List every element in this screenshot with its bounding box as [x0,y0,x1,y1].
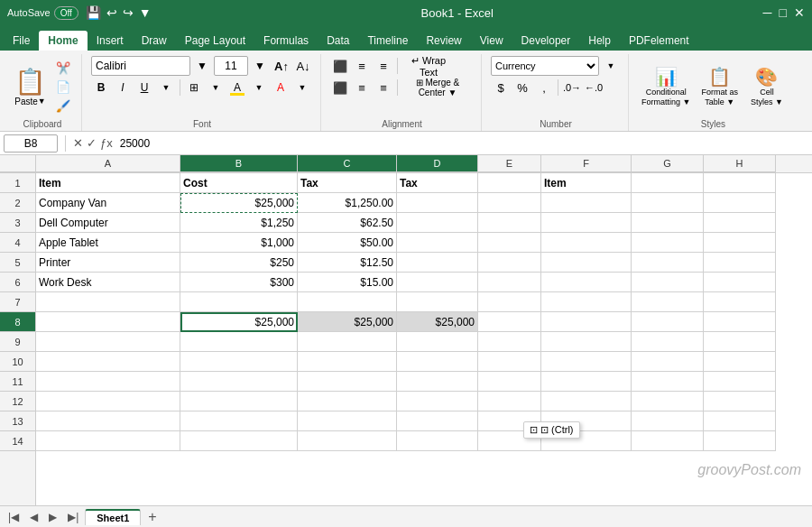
close-icon[interactable]: ✕ [794,5,805,20]
cell-g4[interactable] [632,233,704,253]
cell-a6[interactable]: Work Desk [36,273,180,292]
cell-e1[interactable] [478,173,541,193]
cell-g3[interactable] [632,213,704,233]
cell-e2[interactable] [478,193,541,213]
cell-f9[interactable] [541,332,632,352]
number-format-dropdown[interactable]: ▼ [601,56,621,76]
cell-h10[interactable] [704,352,776,372]
sheet-nav-last[interactable]: ▶| [63,509,83,525]
col-header-e[interactable]: E [478,155,541,172]
align-left-button[interactable]: ⬛ [330,78,350,97]
cell-c1[interactable]: Tax [298,173,397,193]
col-header-c[interactable]: C [298,155,397,172]
cell-b1[interactable]: Cost [180,173,298,193]
font-color-button[interactable]: A [271,78,291,97]
cell-b2[interactable]: $25,000 [180,193,298,213]
col-header-h[interactable]: H [704,155,776,172]
increase-decimal-button[interactable]: .0→ [562,78,582,97]
merge-center-button[interactable]: ⊞ Merge & Center ▼ [401,78,474,97]
font-color-dropdown[interactable]: ▼ [292,78,312,97]
restore-icon[interactable]: □ [780,5,787,20]
cell-c8[interactable]: $25,000 [298,312,397,332]
tab-help[interactable]: Help [579,31,620,51]
font-increase-button[interactable]: A↑ [272,56,291,76]
col-header-a[interactable]: A [36,155,180,172]
cell-h2[interactable] [704,193,776,213]
cell-f6[interactable] [541,273,632,292]
percent-button[interactable]: % [512,78,532,97]
cell-styles-button[interactable]: 🎨 CellStyles ▼ [745,64,789,109]
cell-c6[interactable]: $15.00 [298,273,397,292]
col-header-b[interactable]: B [180,155,298,172]
currency-button[interactable]: $ [491,78,511,97]
tab-timeline[interactable]: Timeline [358,31,417,51]
align-top-left-button[interactable]: ⬛ [330,56,350,76]
tab-data[interactable]: Data [318,31,358,51]
cell-e6[interactable] [478,273,541,292]
cell-h9[interactable] [704,332,776,352]
cell-e5[interactable] [478,253,541,273]
cell-f10[interactable] [541,352,632,372]
redo-icon[interactable]: ↪ [123,5,134,20]
cell-b10[interactable] [180,352,298,372]
underline-dropdown[interactable]: ▼ [156,78,176,97]
cell-h5[interactable] [704,253,776,273]
align-center-button[interactable]: ≡ [352,78,372,97]
tab-view[interactable]: View [471,31,512,51]
sheet-nav-first[interactable]: |◀ [4,509,23,525]
minimize-icon[interactable]: ─ [763,5,772,20]
cell-g2[interactable] [632,193,704,213]
row-header-14[interactable]: 14 [0,431,35,451]
cell-d4[interactable] [397,233,478,253]
cell-g1[interactable] [632,173,704,193]
align-right-button[interactable]: ≡ [374,78,393,97]
row-header-13[interactable]: 13 [0,411,35,431]
sheet-nav-prev[interactable]: ◀ [25,509,42,525]
cell-h3[interactable] [704,213,776,233]
format-painter-button[interactable]: 🖌️ [52,97,74,115]
paste-tooltip[interactable]: ⊡ ⊡ (Ctrl) [523,421,580,439]
conditional-formatting-button[interactable]: 📊 ConditionalFormatting ▼ [638,64,694,109]
sheet-nav-next[interactable]: ▶ [44,509,61,525]
cell-b8[interactable]: $25,000 [180,312,298,332]
cell-e9[interactable] [478,332,541,352]
cell-f8[interactable] [541,312,632,332]
cut-button[interactable]: ✂️ [52,60,74,77]
tab-review[interactable]: Review [417,31,470,51]
cell-d3[interactable] [397,213,478,233]
cell-d7[interactable] [397,292,478,312]
autosave-toggle[interactable]: Off [54,6,78,20]
add-sheet-button[interactable]: + [143,509,161,525]
confirm-formula-icon[interactable]: ✓ [87,136,97,150]
cell-a1[interactable]: Item [36,173,180,193]
col-header-f[interactable]: F [541,155,632,172]
cell-a7[interactable] [36,292,180,312]
save-icon[interactable]: 💾 [86,5,101,20]
row-header-4[interactable]: 4 [0,233,35,253]
cell-g9[interactable] [632,332,704,352]
tab-insert[interactable]: Insert [88,31,133,51]
font-decrease-button[interactable]: A↓ [293,56,313,76]
row-header-8[interactable]: 8 [0,312,35,332]
row-header-7[interactable]: 7 [0,292,35,312]
bold-button[interactable]: B [91,78,111,97]
formula-input[interactable] [116,137,808,150]
row-header-11[interactable]: 11 [0,372,35,392]
col-header-g[interactable]: G [632,155,704,172]
cell-b4[interactable]: $1,000 [180,233,298,253]
cell-b7[interactable] [180,292,298,312]
cell-f2[interactable] [541,193,632,213]
cell-c3[interactable]: $62.50 [298,213,397,233]
borders-button[interactable]: ⊞ [184,78,204,97]
undo-icon[interactable]: ↩ [106,5,117,20]
cell-f3[interactable] [541,213,632,233]
font-name-dropdown[interactable]: ▼ [192,56,212,76]
cell-f4[interactable] [541,233,632,253]
tab-developer[interactable]: Developer [512,31,580,51]
cell-e7[interactable] [478,292,541,312]
tab-pdfelement[interactable]: PDFelement [620,31,698,51]
cell-d8[interactable]: $25,000 [397,312,478,332]
cell-f5[interactable] [541,253,632,273]
cell-b3[interactable]: $1,250 [180,213,298,233]
comma-button[interactable]: , [534,78,554,97]
